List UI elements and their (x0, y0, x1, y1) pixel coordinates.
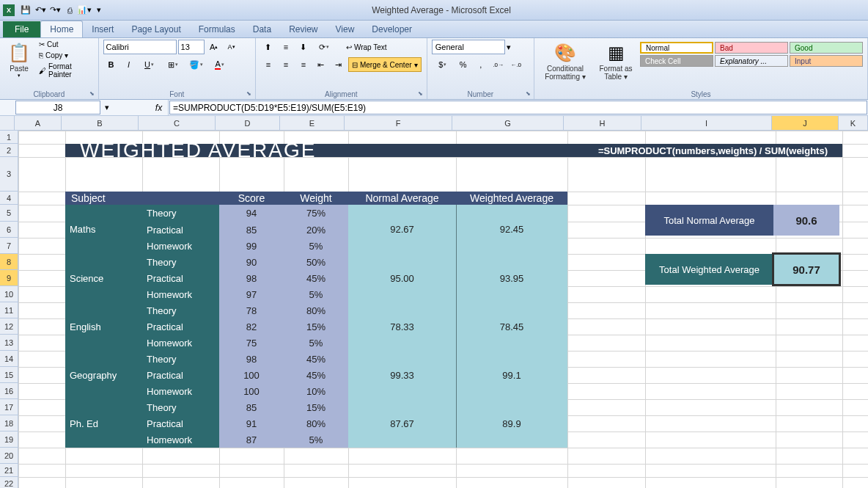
name-box-dropdown[interactable]: ▾ (101, 100, 113, 115)
tab-file[interactable]: File (3, 21, 40, 37)
align-right-button[interactable]: ≡ (295, 57, 312, 72)
row-header-13[interactable]: 13 (0, 335, 18, 351)
col-header-E[interactable]: E (280, 116, 345, 131)
cut-button[interactable]: ✂Cut (37, 40, 94, 49)
undo-button[interactable]: ↶▾ (34, 4, 47, 17)
borders-button[interactable]: ⊞▾ (162, 57, 184, 72)
font-name-combo[interactable] (103, 40, 177, 54)
tab-data[interactable]: Data (244, 21, 280, 37)
row-header-2[interactable]: 2 (0, 144, 18, 157)
increase-decimal-button[interactable]: .0→ (490, 57, 507, 72)
format-painter-button[interactable]: 🖌Format Painter (37, 62, 94, 79)
row-header-7[interactable]: 7 (0, 238, 18, 254)
row-header-8[interactable]: 8 (0, 254, 18, 270)
style-input[interactable]: Input (790, 55, 863, 67)
col-header-C[interactable]: C (139, 116, 216, 131)
row-header-19[interactable]: 19 (0, 431, 18, 448)
row-header-3[interactable]: 3 (0, 157, 18, 192)
score-cell: 98 (219, 270, 284, 286)
align-middle-button[interactable]: ≡ (278, 40, 294, 54)
tab-review[interactable]: Review (280, 21, 326, 37)
font-size-combo[interactable] (178, 40, 205, 54)
merge-center-button[interactable]: ⊟Merge & Center▾ (348, 57, 422, 72)
tab-home[interactable]: Home (40, 21, 83, 37)
row-header-17[interactable]: 17 (0, 399, 18, 415)
col-header-I[interactable]: I (641, 116, 772, 131)
decrease-indent-button[interactable]: ⇤ (313, 57, 329, 72)
row-header-5[interactable]: 5 (0, 205, 18, 222)
tab-developer[interactable]: Developer (363, 21, 421, 37)
percent-button[interactable]: % (455, 57, 471, 72)
align-left-button[interactable]: ≡ (260, 57, 276, 72)
align-center-button[interactable]: ≡ (278, 57, 294, 72)
redo-button[interactable]: ↷▾ (48, 4, 62, 17)
row-header-14[interactable]: 14 (0, 351, 18, 367)
chevron-down-icon: ▾ (444, 62, 446, 68)
row-header-9[interactable]: 9 (0, 270, 18, 286)
col-header-J[interactable]: J (772, 116, 839, 131)
style-explanatory[interactable]: Explanatory ... (715, 55, 788, 67)
name-box[interactable]: J8 (15, 101, 100, 114)
col-header-D[interactable]: D (216, 116, 280, 131)
italic-button[interactable]: I (121, 57, 137, 72)
orientation-button[interactable]: ⟳▾ (313, 40, 335, 54)
save-button[interactable]: 💾 (19, 4, 32, 17)
row-header-21[interactable]: 21 (0, 464, 18, 477)
row-header-11[interactable]: 11 (0, 302, 18, 318)
row-header-15[interactable]: 15 (0, 367, 18, 383)
conditional-formatting-button[interactable]: 🎨 Conditional Formatting ▾ (539, 40, 592, 82)
tab-page-layout[interactable]: Page Layout (122, 21, 189, 37)
col-header-H[interactable]: H (564, 116, 641, 131)
style-good[interactable]: Good (790, 42, 863, 54)
increase-indent-button[interactable]: ⇥ (331, 57, 347, 72)
qat-extra-2[interactable]: 📊▾ (78, 4, 91, 17)
row-header-22[interactable]: 22 (0, 477, 18, 488)
formula-input[interactable]: =SUMPRODUCT(D5:D19*E5:E19)/SUM(E5:E19) (169, 101, 867, 114)
style-bad[interactable]: Bad (715, 42, 788, 54)
paste-button[interactable]: 📋 Paste ▾ (4, 40, 34, 80)
col-header-B[interactable]: B (62, 116, 139, 131)
grow-font-button[interactable]: A▴ (206, 40, 222, 54)
row-header-20[interactable]: 20 (0, 448, 18, 464)
col-header-G[interactable]: G (452, 116, 564, 131)
row-header-16[interactable]: 16 (0, 383, 18, 399)
style-normal[interactable]: Normal (640, 42, 713, 54)
row-header-4[interactable]: 4 (0, 192, 18, 205)
tab-view[interactable]: View (327, 21, 364, 37)
col-header-F[interactable]: F (345, 116, 452, 131)
fx-button[interactable]: fx (150, 100, 169, 115)
comma-button[interactable]: , (473, 57, 489, 72)
fill-color-button[interactable]: 🪣▾ (185, 57, 207, 72)
tab-insert[interactable]: Insert (83, 21, 122, 37)
align-top-button[interactable]: ⬆ (260, 40, 276, 54)
alignment-dialog-launcher[interactable]: ⬊ (416, 89, 425, 98)
font-dialog-launcher[interactable]: ⬊ (245, 89, 254, 98)
row-header-10[interactable]: 10 (0, 286, 18, 302)
wrap-text-button[interactable]: ↩Wrap Text (344, 43, 389, 52)
underline-button[interactable]: U▾ (139, 57, 161, 72)
col-header-K[interactable]: K (839, 116, 868, 131)
number-dialog-launcher[interactable]: ⬊ (523, 89, 532, 98)
row-header-6[interactable]: 6 (0, 222, 18, 238)
bold-button[interactable]: B (103, 57, 119, 72)
font-color-button[interactable]: A▾ (209, 57, 231, 72)
currency-button[interactable]: $▾ (432, 57, 454, 72)
qat-customize[interactable]: ▾ (92, 4, 106, 17)
row-header-18[interactable]: 18 (0, 415, 18, 431)
cells-area[interactable]: WEIGHTED AVERAGE=SUMPRODUCT(numbers,weig… (18, 131, 868, 488)
row-header-1[interactable]: 1 (0, 131, 18, 144)
style-check-cell[interactable]: Check Cell (640, 55, 713, 67)
shrink-font-button[interactable]: A▾ (224, 40, 240, 54)
format-as-table-button[interactable]: ▦ Format as Table ▾ (595, 40, 637, 82)
decrease-decimal-button[interactable]: ←.0 (508, 57, 524, 72)
select-all-corner[interactable] (0, 116, 15, 131)
copy-button[interactable]: ⎘Copy▾ (37, 51, 94, 60)
clipboard-dialog-launcher[interactable]: ⬊ (88, 89, 97, 98)
row-header-12[interactable]: 12 (0, 318, 18, 335)
col-header-A[interactable]: A (15, 116, 62, 131)
paste-label: Paste (10, 65, 29, 73)
number-format-combo[interactable] (432, 40, 505, 54)
tab-formulas[interactable]: Formulas (190, 21, 244, 37)
align-bottom-button[interactable]: ⬇ (295, 40, 312, 54)
qat-extra-1[interactable]: ⎙ (63, 4, 76, 17)
